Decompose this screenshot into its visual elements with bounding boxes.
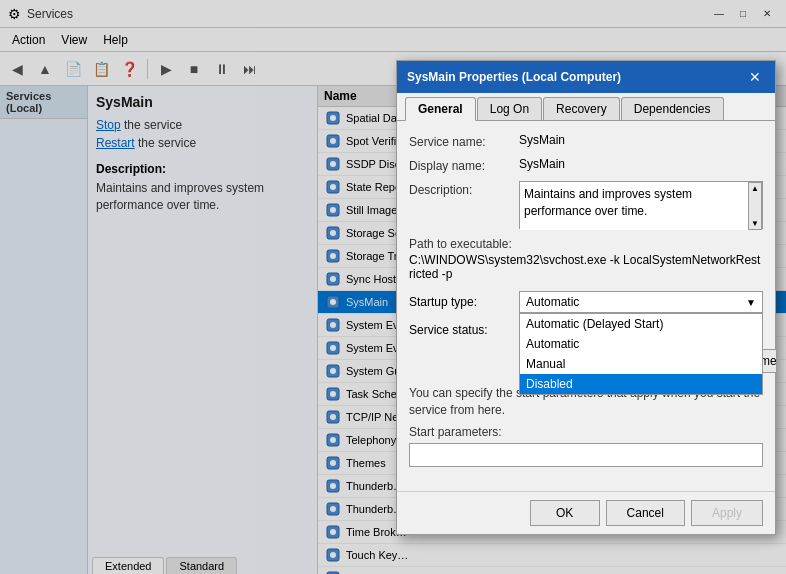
start-params-section: Start parameters:: [409, 425, 763, 467]
startup-type-selected: Automatic: [526, 295, 579, 309]
dialog-footer: OK Cancel Apply: [397, 491, 775, 534]
tab-general[interactable]: General: [405, 97, 476, 121]
ok-button[interactable]: OK: [530, 500, 600, 526]
dropdown-arrow-icon: ▼: [746, 297, 756, 308]
startup-type-dropdown-btn[interactable]: Automatic ▼: [519, 291, 763, 313]
service-name-field: Service name: SysMain: [409, 133, 763, 149]
sysmain-properties-dialog: SysMain Properties (Local Computer) ✕ Ge…: [396, 60, 776, 535]
startup-type-dropdown[interactable]: Automatic ▼ Automatic (Delayed Start) Au…: [519, 291, 763, 313]
apply-button[interactable]: Apply: [691, 500, 763, 526]
option-manual[interactable]: Manual: [520, 354, 762, 374]
dialog-title: SysMain Properties (Local Computer): [407, 70, 621, 84]
startup-type-row: Startup type: Automatic ▼ Automatic (Del…: [409, 291, 763, 313]
dialog-tabs: General Log On Recovery Dependencies: [397, 93, 775, 121]
display-name-label: Display name:: [409, 157, 519, 173]
tab-logon[interactable]: Log On: [477, 97, 542, 120]
start-params-label: Start parameters:: [409, 425, 763, 439]
display-name-field: Display name: SysMain: [409, 157, 763, 173]
service-status-label: Service status:: [409, 323, 519, 337]
description-value[interactable]: Maintains and improves system performanc…: [520, 182, 748, 230]
path-section: Path to executable: C:\WINDOWS\system32\…: [409, 237, 763, 281]
service-name-label: Service name:: [409, 133, 519, 149]
path-value: C:\WINDOWS\system32\svchost.exe -k Local…: [409, 253, 763, 281]
option-disabled[interactable]: Disabled: [520, 374, 762, 394]
option-automatic[interactable]: Automatic: [520, 334, 762, 354]
option-auto-delayed[interactable]: Automatic (Delayed Start): [520, 314, 762, 334]
description-label: Description:: [409, 181, 519, 197]
dialog-body: Service name: SysMain Display name: SysM…: [397, 121, 775, 491]
description-scrollbar: ▲ ▼: [748, 182, 762, 230]
description-field: Description: Maintains and improves syst…: [409, 181, 763, 229]
scroll-up-arrow[interactable]: ▲: [751, 184, 759, 193]
start-params-input[interactable]: [409, 443, 763, 467]
startup-type-label: Startup type:: [409, 295, 519, 309]
startup-type-options: Automatic (Delayed Start) Automatic Manu…: [519, 313, 763, 395]
path-label: Path to executable:: [409, 237, 763, 251]
service-name-value: SysMain: [519, 133, 763, 147]
cancel-button[interactable]: Cancel: [606, 500, 685, 526]
dialog-title-bar: SysMain Properties (Local Computer) ✕: [397, 61, 775, 93]
tab-recovery[interactable]: Recovery: [543, 97, 620, 120]
tab-dependencies[interactable]: Dependencies: [621, 97, 724, 120]
dialog-close-button[interactable]: ✕: [745, 67, 765, 87]
scroll-down-arrow[interactable]: ▼: [751, 219, 759, 228]
display-name-value: SysMain: [519, 157, 763, 171]
dialog-overlay: SysMain Properties (Local Computer) ✕ Ge…: [0, 0, 786, 574]
